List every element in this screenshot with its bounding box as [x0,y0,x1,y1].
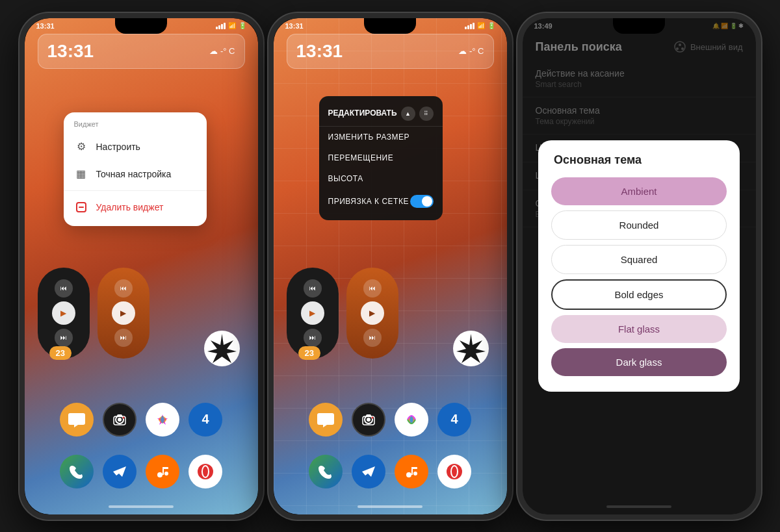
theme-option-ambient[interactable]: Ambient [551,177,727,205]
context-menu-configure[interactable]: ⚙ Настроить [64,133,207,160]
music-play-2[interactable]: ▶ [301,301,324,325]
app-icon-camera-1[interactable] [103,403,136,437]
music-next-orange-2[interactable]: ⏭ [363,329,382,347]
widget-weather-2: ☁ -° C [458,46,484,56]
svg-rect-6 [117,414,122,417]
widget-weather-1: ☁ -° C [209,46,235,56]
music-widgets-1: ⏮ ▶ ⏭ ⏮ ▶ ⏭ [38,268,150,359]
home-indicator-1 [109,505,174,508]
grid-overlay [274,18,507,514]
app-icon-ch4-2[interactable]: 4 [437,403,471,437]
context-menu-fine-tune[interactable]: ▦ Точная настройка [64,160,207,188]
music-widget-orange-1[interactable]: ⏮ ▶ ⏭ [98,268,150,359]
app-icon-photos-2[interactable] [395,403,428,437]
delete-label: Удалить виджет [96,202,164,212]
music-widget-orange-2[interactable]: ⏮ ▶ ⏭ [346,268,398,359]
app-icon-camera-2[interactable] [352,403,385,437]
edit-height[interactable]: ВЫСОТА [319,168,443,189]
fine-tune-label: Точная настройка [96,169,172,179]
edit-resize[interactable]: ИЗМЕНИТЬ РАЗМЕР [319,127,443,147]
music-prev-2[interactable]: ⏮ [304,279,322,298]
theme-option-rounded[interactable]: Rounded [551,210,727,240]
edit-move[interactable]: ПЕРЕМЕЩЕНИЕ [319,147,443,168]
signal-bar [224,23,226,29]
phone-3: 13:49 🔔 📶 🔋 ✱ Панель поиска [517,13,761,520]
app-icon-phone-2[interactable] [309,455,343,488]
svg-point-20 [372,416,374,418]
music-play-orange-1[interactable]: ▶ [112,301,135,325]
svg-point-22 [413,472,417,475]
music-prev-orange-2[interactable]: ⏮ [363,279,382,298]
status-right-2: 📶 🔋 [465,22,495,29]
app-logo-1 [204,331,240,366]
temp-1: -° C [220,46,235,56]
theme-dialog-overlay[interactable]: Основная тема Ambient Rounded Squared Bo… [523,18,756,514]
music-next-orange-1[interactable]: ⏭ [114,329,133,347]
music-widgets-2: ⏮ ▶ ⏭ ⏮ ▶ ⏭ [287,268,398,359]
svg-point-9 [157,472,162,477]
svg-rect-24 [411,467,413,475]
app-row-1-phone1: 4 [25,403,258,437]
svg-rect-12 [162,467,164,475]
edit-snap-label: ПРИВЯЗКА К СЕТКЕ [328,197,409,206]
weather-widget-2[interactable]: 13:31 ☁ -° C [287,34,494,69]
music-next-1[interactable]: ⏭ [55,329,73,347]
music-prev-1[interactable]: ⏮ [55,279,73,298]
music-prev-orange-1[interactable]: ⏮ [114,279,133,298]
phone-3-screen: 13:49 🔔 📶 🔋 ✱ Панель поиска [523,18,756,514]
svg-point-21 [406,472,411,477]
context-menu-delete[interactable]: Удалить виджет [64,194,207,221]
app-icon-photos-1[interactable] [146,403,179,437]
music-play-orange-2[interactable]: ▶ [361,301,384,325]
theme-option-bold[interactable]: Bold edges [551,279,727,310]
status-time-1: 13:31 [36,22,55,30]
signal-bar [216,27,218,29]
battery-1: 🔋 [239,22,246,29]
app-icon-music-1[interactable] [146,455,179,488]
battery-2: 🔋 [488,22,495,29]
phone-2: 13:31 📶 🔋 13:31 [268,13,512,520]
svg-point-4 [118,418,122,422]
edit-snap-toggle[interactable]: ПРИВЯЗКА К СЕТКЕ [319,189,443,214]
app-icon-telegram-2[interactable] [352,455,385,488]
music-next-2[interactable]: ⏭ [304,329,322,347]
notch-2 [364,18,416,34]
signal-bar [467,25,469,29]
widget-time-1: 13:31 [47,41,94,62]
phone-1-screen: 13:31 📶 🔋 13:31 [25,18,258,514]
app-icon-chat-1[interactable] [60,403,94,437]
edit-menu-chevron[interactable]: ▲ [401,107,415,121]
phone-3-bg: 13:49 🔔 📶 🔋 ✱ Панель поиска [523,18,756,514]
app-icon-opera-1[interactable] [188,455,222,488]
snap-toggle-on[interactable] [410,195,434,208]
weather-widget-1[interactable]: 13:31 ☁ -° C [38,34,245,69]
status-time-2: 13:31 [285,22,304,30]
app-icon-ch4-1[interactable]: 4 [188,403,222,437]
music-play-1[interactable]: ▶ [52,301,75,325]
theme-option-dark[interactable]: Dark glass [551,348,727,376]
music-widget-dark-1[interactable]: ⏮ ▶ ⏭ [38,268,90,359]
wifi-icon-2: 📶 [477,22,485,29]
app-icon-opera-2[interactable] [437,455,471,488]
status-right-1: 📶 🔋 [216,22,246,29]
signal-bar [465,27,467,29]
theme-option-squared[interactable]: Squared [551,245,727,274]
app-logo-2 [453,331,489,366]
svg-rect-19 [366,414,371,417]
app-icon-phone-1[interactable] [60,455,94,488]
temp-badge-1: 23 [49,346,72,360]
edit-menu-dots[interactable]: ⠿ [419,107,434,121]
weather-icon-2: ☁ [458,46,467,56]
theme-option-flat[interactable]: Flat glass [551,315,727,343]
signal-bars-1 [216,23,226,29]
edit-menu-icons: ▲ ⠿ [401,107,434,121]
phone-1: 13:31 📶 🔋 13:31 [20,13,263,520]
configure-label: Настроить [96,142,140,152]
signal-bar [221,24,223,29]
app-icon-telegram-1[interactable] [103,455,136,488]
app-icon-chat-2[interactable] [309,403,343,437]
svg-point-17 [367,418,370,422]
music-widget-dark-2[interactable]: ⏮ ▶ ⏭ [287,268,339,359]
signal-bar [218,25,220,29]
app-icon-music-2[interactable] [395,455,428,488]
